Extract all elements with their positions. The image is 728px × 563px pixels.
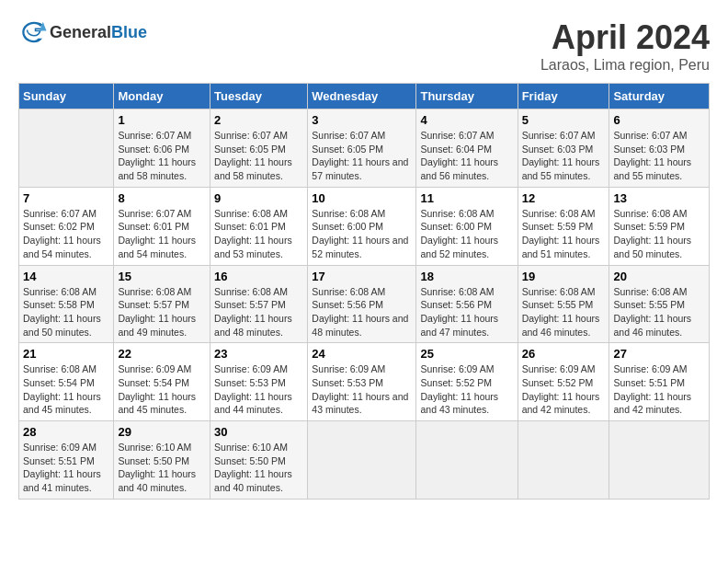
day-number: 6 (613, 113, 705, 127)
calendar-cell: 1Sunrise: 6:07 AM Sunset: 6:06 PM Daylig… (114, 109, 210, 188)
month-title: April 2024 (540, 18, 710, 57)
column-header-sunday: Sunday (19, 84, 114, 109)
calendar-cell: 26Sunrise: 6:09 AM Sunset: 5:52 PM Dayli… (518, 343, 609, 421)
column-header-monday: Monday (114, 84, 210, 109)
day-number: 13 (613, 191, 705, 205)
day-number: 27 (613, 347, 705, 361)
day-info: Sunrise: 6:07 AM Sunset: 6:03 PM Dayligh… (522, 129, 606, 183)
logo-text: GeneralBlue (50, 23, 147, 42)
day-info: Sunrise: 6:09 AM Sunset: 5:52 PM Dayligh… (420, 362, 513, 417)
calendar-cell: 9Sunrise: 6:08 AM Sunset: 6:01 PM Daylig… (210, 187, 308, 265)
day-number: 26 (522, 347, 606, 361)
calendar-cell: 14Sunrise: 6:08 AM Sunset: 5:58 PM Dayli… (19, 265, 114, 343)
day-info: Sunrise: 6:08 AM Sunset: 6:00 PM Dayligh… (312, 207, 412, 261)
calendar-cell: 17Sunrise: 6:08 AM Sunset: 5:56 PM Dayli… (308, 265, 416, 343)
day-info: Sunrise: 6:09 AM Sunset: 5:53 PM Dayligh… (214, 362, 303, 417)
calendar-cell: 11Sunrise: 6:08 AM Sunset: 6:00 PM Dayli… (416, 187, 518, 265)
day-number: 3 (312, 113, 412, 127)
day-number: 23 (214, 347, 303, 361)
calendar-cell: 23Sunrise: 6:09 AM Sunset: 5:53 PM Dayli… (210, 343, 308, 421)
day-info: Sunrise: 6:08 AM Sunset: 5:54 PM Dayligh… (23, 362, 109, 417)
day-info: Sunrise: 6:09 AM Sunset: 5:52 PM Dayligh… (522, 362, 606, 417)
day-number: 16 (214, 270, 303, 283)
column-header-wednesday: Wednesday (308, 84, 416, 109)
calendar-cell: 18Sunrise: 6:08 AM Sunset: 5:56 PM Dayli… (416, 265, 518, 343)
calendar-cell: 4Sunrise: 6:07 AM Sunset: 6:04 PM Daylig… (416, 109, 518, 188)
day-number: 7 (23, 191, 109, 205)
day-number: 30 (214, 425, 303, 439)
day-info: Sunrise: 6:07 AM Sunset: 6:03 PM Dayligh… (613, 129, 705, 183)
day-info: Sunrise: 6:10 AM Sunset: 5:50 PM Dayligh… (214, 441, 303, 495)
day-number: 25 (420, 347, 513, 361)
calendar-cell: 8Sunrise: 6:07 AM Sunset: 6:01 PM Daylig… (114, 187, 210, 265)
day-info: Sunrise: 6:08 AM Sunset: 5:58 PM Dayligh… (23, 285, 109, 339)
day-number: 11 (420, 191, 513, 205)
logo-blue: Blue (111, 23, 147, 41)
day-number: 12 (522, 191, 606, 205)
calendar-cell: 29Sunrise: 6:10 AM Sunset: 5:50 PM Dayli… (114, 421, 210, 500)
day-number: 10 (312, 191, 412, 205)
calendar-cell: 20Sunrise: 6:08 AM Sunset: 5:55 PM Dayli… (609, 265, 710, 343)
day-number: 29 (118, 425, 206, 439)
day-number: 15 (118, 270, 206, 283)
day-info: Sunrise: 6:08 AM Sunset: 5:55 PM Dayligh… (522, 285, 606, 339)
calendar-cell: 7Sunrise: 6:07 AM Sunset: 6:02 PM Daylig… (19, 187, 114, 265)
column-header-tuesday: Tuesday (210, 84, 308, 109)
day-info: Sunrise: 6:07 AM Sunset: 6:04 PM Dayligh… (420, 129, 513, 183)
week-row-5: 28Sunrise: 6:09 AM Sunset: 5:51 PM Dayli… (19, 421, 710, 500)
calendar-cell (308, 421, 416, 500)
calendar-cell (609, 421, 710, 500)
page-header: GeneralBlue April 2024 Laraos, Lima regi… (18, 18, 710, 74)
logo-icon (20, 18, 48, 46)
day-number: 28 (23, 425, 109, 439)
day-info: Sunrise: 6:09 AM Sunset: 5:53 PM Dayligh… (312, 362, 412, 417)
day-info: Sunrise: 6:09 AM Sunset: 5:51 PM Dayligh… (23, 441, 109, 495)
calendar-cell: 12Sunrise: 6:08 AM Sunset: 5:59 PM Dayli… (518, 187, 609, 265)
title-area: April 2024 Laraos, Lima region, Peru (540, 18, 710, 74)
day-info: Sunrise: 6:09 AM Sunset: 5:54 PM Dayligh… (118, 362, 206, 417)
day-info: Sunrise: 6:09 AM Sunset: 5:51 PM Dayligh… (613, 362, 705, 417)
calendar-cell: 2Sunrise: 6:07 AM Sunset: 6:05 PM Daylig… (210, 109, 308, 188)
day-info: Sunrise: 6:07 AM Sunset: 6:01 PM Dayligh… (118, 207, 206, 261)
calendar-cell: 28Sunrise: 6:09 AM Sunset: 5:51 PM Dayli… (19, 421, 114, 500)
calendar-cell (518, 421, 609, 500)
day-number: 2 (214, 113, 303, 127)
day-number: 19 (522, 270, 606, 283)
location-title: Laraos, Lima region, Peru (540, 57, 710, 74)
calendar-cell: 3Sunrise: 6:07 AM Sunset: 6:05 PM Daylig… (308, 109, 416, 188)
day-info: Sunrise: 6:08 AM Sunset: 5:59 PM Dayligh… (613, 207, 705, 261)
calendar-body: 1Sunrise: 6:07 AM Sunset: 6:06 PM Daylig… (19, 109, 710, 500)
logo-general: General (50, 23, 111, 41)
day-number: 18 (420, 270, 513, 283)
column-header-friday: Friday (518, 84, 609, 109)
calendar-cell: 25Sunrise: 6:09 AM Sunset: 5:52 PM Dayli… (416, 343, 518, 421)
calendar-table: SundayMondayTuesdayWednesdayThursdayFrid… (18, 83, 710, 500)
day-number: 21 (23, 347, 109, 361)
week-row-4: 21Sunrise: 6:08 AM Sunset: 5:54 PM Dayli… (19, 343, 710, 421)
calendar-cell: 21Sunrise: 6:08 AM Sunset: 5:54 PM Dayli… (19, 343, 114, 421)
calendar-header-row: SundayMondayTuesdayWednesdayThursdayFrid… (19, 84, 710, 109)
day-number: 24 (312, 347, 412, 361)
calendar-cell: 10Sunrise: 6:08 AM Sunset: 6:00 PM Dayli… (308, 187, 416, 265)
calendar-cell (416, 421, 518, 500)
logo: GeneralBlue (18, 18, 147, 46)
day-info: Sunrise: 6:07 AM Sunset: 6:02 PM Dayligh… (23, 207, 109, 261)
calendar-cell: 22Sunrise: 6:09 AM Sunset: 5:54 PM Dayli… (114, 343, 210, 421)
calendar-cell: 6Sunrise: 6:07 AM Sunset: 6:03 PM Daylig… (609, 109, 710, 188)
week-row-3: 14Sunrise: 6:08 AM Sunset: 5:58 PM Dayli… (19, 265, 710, 343)
column-header-thursday: Thursday (416, 84, 518, 109)
day-number: 5 (522, 113, 606, 127)
calendar-cell (19, 109, 114, 188)
calendar-cell: 15Sunrise: 6:08 AM Sunset: 5:57 PM Dayli… (114, 265, 210, 343)
day-info: Sunrise: 6:08 AM Sunset: 5:59 PM Dayligh… (522, 207, 606, 261)
day-info: Sunrise: 6:08 AM Sunset: 5:57 PM Dayligh… (214, 285, 303, 339)
calendar-cell: 5Sunrise: 6:07 AM Sunset: 6:03 PM Daylig… (518, 109, 609, 188)
day-number: 17 (312, 270, 412, 283)
day-number: 8 (118, 191, 206, 205)
column-header-saturday: Saturday (609, 84, 710, 109)
day-info: Sunrise: 6:08 AM Sunset: 5:55 PM Dayligh… (613, 285, 705, 339)
day-info: Sunrise: 6:07 AM Sunset: 6:06 PM Dayligh… (118, 129, 206, 183)
calendar-cell: 30Sunrise: 6:10 AM Sunset: 5:50 PM Dayli… (210, 421, 308, 500)
week-row-2: 7Sunrise: 6:07 AM Sunset: 6:02 PM Daylig… (19, 187, 710, 265)
day-info: Sunrise: 6:10 AM Sunset: 5:50 PM Dayligh… (118, 441, 206, 495)
